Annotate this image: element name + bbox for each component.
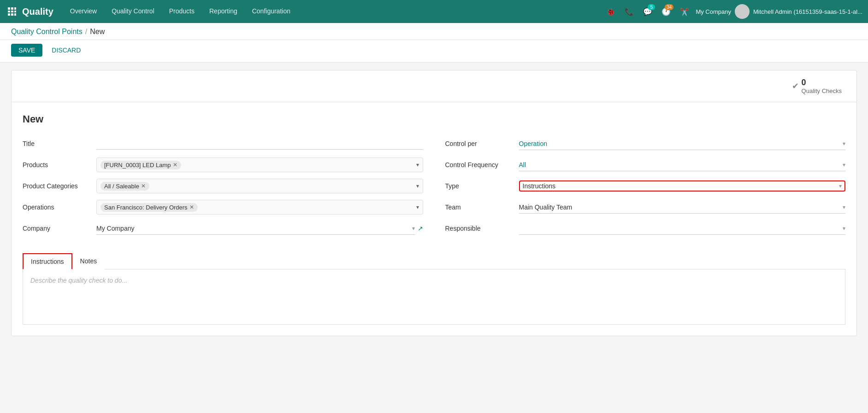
control-per-dropdown-arrow[interactable]: ▾: [843, 140, 845, 147]
company-external-link-icon[interactable]: ↗: [418, 225, 423, 232]
control-frequency-dropdown-arrow[interactable]: ▾: [843, 162, 845, 168]
team-dropdown-arrow[interactable]: ▾: [843, 204, 845, 210]
type-dropdown-arrow[interactable]: ▾: [839, 183, 842, 189]
nav-quality-control[interactable]: Quality Control: [104, 0, 162, 23]
product-categories-dropdown-arrow[interactable]: ▾: [416, 183, 419, 189]
main-content: ✔ 0 Quality Checks New Title: [0, 63, 868, 343]
svg-rect-0: [8, 7, 10, 10]
breadcrumb-separator: /: [85, 28, 87, 36]
products-row: Products [FURN_0003] LED Lamp ✕ ▾: [23, 157, 423, 172]
title-label: Title: [23, 140, 96, 147]
type-field[interactable]: ▾: [519, 180, 846, 192]
save-button[interactable]: SAVE: [11, 44, 42, 57]
operations-dropdown-arrow[interactable]: ▾: [416, 204, 419, 210]
bug-icon[interactable]: 🐞: [603, 4, 618, 19]
tabs-section: Instructions Notes Describe the quality …: [23, 253, 845, 325]
type-label: Type: [445, 182, 519, 190]
control-per-field[interactable]: Operation ▾: [519, 137, 846, 150]
product-categories-tag-field[interactable]: All / Saleable ✕ ▾: [96, 179, 423, 193]
title-field[interactable]: [96, 138, 423, 150]
control-per-label: Control per: [445, 140, 519, 147]
checkmark-icon: ✔: [792, 81, 799, 91]
form-left: Title Products [FURN_0003] LED Lamp ✕: [23, 136, 423, 242]
operations-label: Operations: [23, 204, 96, 211]
svg-rect-5: [14, 11, 16, 12]
products-tag-close[interactable]: ✕: [173, 162, 177, 168]
svg-rect-8: [14, 13, 16, 16]
company-row: Company My Company ▾ ↗: [23, 221, 423, 236]
control-frequency-field[interactable]: All ▾: [519, 158, 846, 171]
products-tag-field[interactable]: [FURN_0003] LED Lamp ✕ ▾: [96, 157, 423, 172]
tab-instructions[interactable]: Instructions: [23, 253, 72, 269]
type-input[interactable]: [523, 182, 839, 190]
form-title: New: [23, 113, 845, 125]
responsible-row: Responsible ▾: [445, 221, 846, 236]
discard-button[interactable]: DISCARD: [46, 44, 86, 57]
type-field-wrapper[interactable]: ▾: [519, 180, 846, 192]
phone-icon[interactable]: 📞: [622, 4, 637, 19]
products-field[interactable]: [FURN_0003] LED Lamp ✕ ▾: [96, 157, 423, 172]
title-input[interactable]: [96, 138, 423, 150]
control-per-value: Operation: [519, 140, 843, 147]
clock-icon[interactable]: 🕐 34: [659, 4, 673, 19]
operations-field[interactable]: San Francisco: Delivery Orders ✕ ▾: [96, 200, 423, 215]
user-avatar[interactable]: [735, 4, 750, 19]
nav-products[interactable]: Products: [162, 0, 202, 23]
product-categories-tag-close[interactable]: ✕: [141, 183, 146, 189]
team-select[interactable]: Main Quality Team ▾: [519, 201, 846, 214]
svg-rect-1: [11, 7, 13, 10]
control-frequency-row: Control Frequency All ▾: [445, 157, 846, 172]
type-row: Type ▾: [445, 179, 846, 193]
nav-configuration[interactable]: Configuration: [245, 0, 298, 23]
team-label: Team: [445, 204, 519, 211]
svg-rect-7: [11, 13, 13, 16]
control-per-row: Control per Operation ▾: [445, 136, 846, 151]
product-categories-field[interactable]: All / Saleable ✕ ▾: [96, 179, 423, 193]
company-field[interactable]: My Company ▾: [96, 222, 415, 235]
tab-content-instructions: Describe the quality check to do...: [23, 269, 845, 325]
breadcrumb: Quality Control Points / New: [11, 28, 857, 40]
operations-tag: San Francisco: Delivery Orders ✕: [100, 203, 198, 212]
product-categories-row: Product Categories All / Saleable ✕ ▾: [23, 179, 423, 193]
form-card: New Title Products [FU: [11, 102, 857, 336]
svg-rect-3: [8, 11, 10, 12]
nav-overview[interactable]: Overview: [63, 0, 104, 23]
team-field[interactable]: Main Quality Team ▾: [519, 201, 846, 214]
breadcrumb-parent[interactable]: Quality Control Points: [11, 28, 83, 36]
app-name: Quality: [22, 6, 53, 17]
control-frequency-select[interactable]: All ▾: [519, 158, 846, 171]
smart-btn-bar: ✔ 0 Quality Checks: [11, 70, 857, 102]
quality-checks-info: 0 Quality Checks: [802, 78, 842, 94]
responsible-select[interactable]: ▾: [519, 222, 846, 235]
responsible-dropdown-arrow[interactable]: ▾: [843, 225, 845, 232]
control-per-select[interactable]: Operation ▾: [519, 137, 846, 150]
nav-reporting[interactable]: Reporting: [202, 0, 245, 23]
control-frequency-value: All: [519, 161, 843, 169]
breadcrumb-bar: Quality Control Points / New: [0, 23, 868, 40]
svg-rect-6: [8, 13, 10, 16]
title-row: Title: [23, 136, 423, 151]
products-dropdown-arrow[interactable]: ▾: [416, 162, 419, 168]
quality-checks-label: Quality Checks: [802, 87, 842, 94]
svg-rect-4: [11, 11, 13, 12]
product-categories-tag-text: All / Saleable: [104, 183, 139, 190]
scissors-icon[interactable]: ✂️: [677, 4, 692, 19]
svg-rect-2: [14, 7, 16, 10]
tabs-header: Instructions Notes: [23, 253, 845, 269]
form-right: Control per Operation ▾ Control Frequenc…: [445, 136, 846, 242]
top-nav: Quality Overview Quality Control Product…: [0, 0, 868, 23]
tab-notes[interactable]: Notes: [72, 253, 105, 269]
responsible-field[interactable]: ▾: [519, 222, 846, 235]
operations-tag-close[interactable]: ✕: [189, 204, 194, 210]
company-dropdown-arrow[interactable]: ▾: [412, 225, 415, 232]
chat-icon[interactable]: 💬 5: [640, 4, 655, 19]
products-tag: [FURN_0003] LED Lamp ✕: [100, 161, 181, 169]
form-body: Title Products [FURN_0003] LED Lamp ✕: [23, 136, 845, 242]
responsible-label: Responsible: [445, 225, 519, 232]
quality-checks-button[interactable]: ✔ 0 Quality Checks: [786, 75, 847, 97]
products-tag-text: [FURN_0003] LED Lamp: [104, 162, 171, 169]
operations-tag-field[interactable]: San Francisco: Delivery Orders ✕ ▾: [96, 200, 423, 215]
grid-icon[interactable]: [6, 5, 18, 18]
company-select[interactable]: My Company ▾: [96, 222, 415, 235]
chat-badge: 5: [648, 4, 655, 10]
